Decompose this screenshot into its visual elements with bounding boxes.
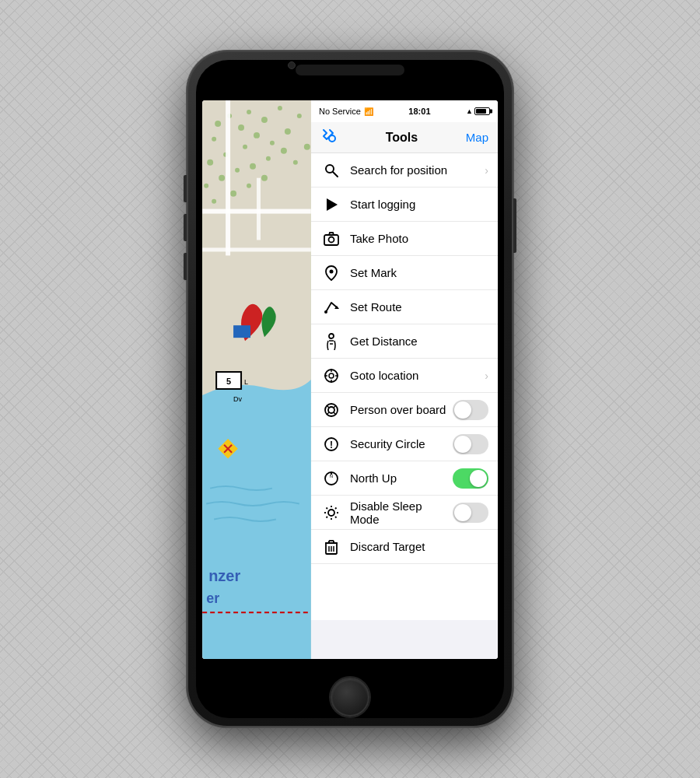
svg-text:!: ! xyxy=(330,440,333,450)
svg-marker-45 xyxy=(327,198,338,211)
svg-point-1 xyxy=(215,121,221,127)
nav-title: Tools xyxy=(386,131,418,145)
svg-line-77 xyxy=(327,517,328,518)
svg-line-76 xyxy=(335,507,337,509)
lifebuoy-icon xyxy=(320,399,342,421)
menu-item-take-photo[interactable]: Take Photo xyxy=(311,222,498,256)
svg-rect-27 xyxy=(226,100,230,255)
svg-text:L: L xyxy=(244,378,248,386)
svg-point-4 xyxy=(212,137,216,142)
map-panel: 5 L Dv nzer er xyxy=(202,100,311,659)
set-mark-label: Set Mark xyxy=(350,266,488,279)
security-circle-toggle[interactable] xyxy=(453,434,488,454)
svg-line-60 xyxy=(327,405,329,408)
svg-point-18 xyxy=(250,163,256,170)
svg-point-50 xyxy=(324,310,327,314)
svg-text:N: N xyxy=(330,474,333,478)
route-icon xyxy=(320,296,342,318)
menu-item-discard-target[interactable]: Discard Target xyxy=(311,530,498,564)
svg-point-47 xyxy=(329,237,334,242)
svg-point-20 xyxy=(281,148,287,154)
trash-icon xyxy=(320,536,342,558)
status-right: ▲ xyxy=(466,107,490,115)
nav-bar: Tools Map xyxy=(311,122,498,153)
svg-point-48 xyxy=(330,269,334,273)
svg-point-6 xyxy=(261,117,268,123)
svg-point-26 xyxy=(261,175,268,181)
compass-icon: N xyxy=(320,468,342,489)
svg-point-17 xyxy=(235,168,240,173)
sun-icon xyxy=(320,502,342,524)
svg-point-23 xyxy=(212,199,216,204)
menu-item-search-position[interactable]: Search for position › xyxy=(311,153,498,187)
north-up-toggle[interactable] xyxy=(453,468,488,489)
svg-line-74 xyxy=(327,507,328,509)
search-icon xyxy=(320,159,342,181)
svg-rect-38 xyxy=(233,325,250,338)
person-overboard-label: Person over board xyxy=(350,403,453,416)
distance-icon xyxy=(320,331,342,352)
tools-icon[interactable] xyxy=(320,127,338,148)
search-position-label: Search for position xyxy=(350,163,485,177)
svg-point-7 xyxy=(278,106,282,110)
menu-item-goto-location[interactable]: Goto location › xyxy=(311,359,498,393)
person-overboard-toggle[interactable] xyxy=(453,400,488,420)
svg-point-5 xyxy=(247,110,251,114)
svg-point-12 xyxy=(270,141,275,145)
play-icon xyxy=(320,194,342,216)
camera-icon xyxy=(320,228,342,250)
map-link[interactable]: Map xyxy=(466,131,488,144)
menu-item-person-overboard[interactable]: Person over board xyxy=(311,393,498,427)
phone-frame: 5 L Dv nzer er xyxy=(187,51,513,727)
svg-rect-30 xyxy=(202,247,311,251)
menu-item-north-up[interactable]: N North Up xyxy=(311,461,498,496)
goto-location-label: Goto location xyxy=(350,369,485,382)
menu-item-set-mark[interactable]: Set Mark xyxy=(311,256,498,290)
svg-point-10 xyxy=(243,145,247,149)
menu-list: Search for position › Start logging xyxy=(311,153,498,620)
start-logging-label: Start logging xyxy=(350,198,488,211)
menu-item-set-route[interactable]: Set Route xyxy=(311,290,498,324)
battery-icon xyxy=(474,107,490,115)
svg-point-22 xyxy=(304,144,310,150)
menu-footer xyxy=(311,620,498,659)
status-bar: No Service 📶 18:01 ▲ xyxy=(311,100,498,122)
svg-point-16 xyxy=(219,175,225,181)
svg-text:er: er xyxy=(206,591,219,606)
time-display: 18:01 xyxy=(408,107,430,116)
pin-icon xyxy=(320,262,342,284)
menu-item-get-distance[interactable]: Get Distance xyxy=(311,324,498,359)
svg-point-42 xyxy=(329,135,335,142)
menu-item-disable-sleep[interactable]: Disable Sleep Mode xyxy=(311,496,498,530)
warning-icon: ! xyxy=(320,433,342,455)
home-button[interactable] xyxy=(331,678,369,717)
svg-point-59 xyxy=(328,407,334,413)
svg-point-3 xyxy=(238,124,244,131)
svg-point-15 xyxy=(204,184,208,188)
svg-point-25 xyxy=(247,184,251,188)
disable-sleep-toggle[interactable] xyxy=(453,503,488,523)
set-route-label: Set Route xyxy=(350,300,488,314)
svg-point-24 xyxy=(230,191,236,197)
phone-inner: 5 L Dv nzer er xyxy=(196,60,504,718)
svg-point-21 xyxy=(293,160,298,165)
target-icon xyxy=(320,365,342,387)
svg-point-14 xyxy=(297,114,302,118)
wifi-icon: 📶 xyxy=(364,107,373,116)
menu-item-start-logging[interactable]: Start logging xyxy=(311,187,498,222)
discard-target-label: Discard Target xyxy=(350,540,488,553)
status-left: No Service 📶 xyxy=(319,107,373,116)
screen: 5 L Dv nzer er xyxy=(202,100,498,659)
svg-point-69 xyxy=(328,510,334,516)
carrier-label: No Service xyxy=(319,107,361,116)
svg-text:Dv: Dv xyxy=(233,395,242,403)
svg-text:5: 5 xyxy=(226,377,231,386)
svg-line-75 xyxy=(335,517,337,518)
svg-point-53 xyxy=(329,373,334,378)
svg-point-13 xyxy=(285,128,291,135)
menu-item-security-circle[interactable]: ! Security Circle xyxy=(311,427,498,461)
chevron-right-icon: › xyxy=(485,164,488,177)
svg-point-11 xyxy=(254,132,260,138)
svg-point-19 xyxy=(266,156,271,161)
svg-line-63 xyxy=(334,412,336,415)
